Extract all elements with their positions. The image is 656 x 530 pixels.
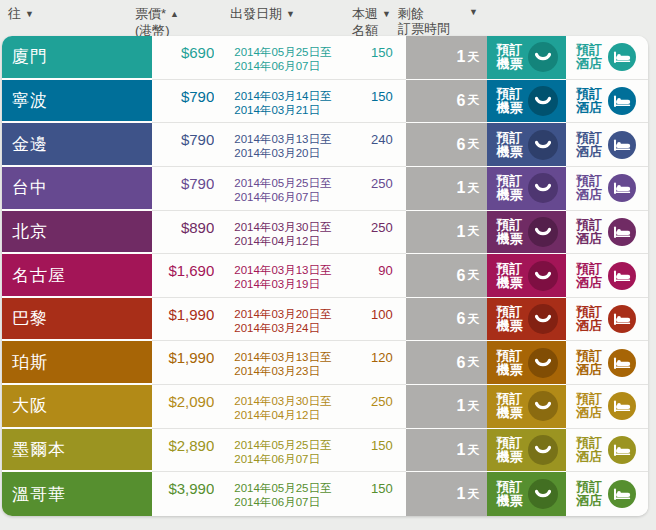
date-from: 2014年03月30日至 [234,220,344,234]
date-to: 2014年03月24日 [234,321,344,335]
price-cell: $790 [152,123,215,167]
date-cell: 2014年03月30日至 2014年04月12日 [214,385,344,429]
destination-cell: 珀斯 [2,341,152,385]
book-hotel-link[interactable]: 預訂 酒店 [566,385,648,429]
destination-label: 金邊 [12,133,48,156]
book-flight-label: 預訂 機票 [496,305,522,333]
price-value: $3,990 [168,480,214,497]
book-flight-button[interactable]: 預訂 機票 [487,472,566,516]
book-flight-label: 預訂 機票 [496,392,522,420]
date-cell: 2014年03月13日至 2014年03月20日 [214,123,344,167]
date-to: 2014年03月21日 [234,103,344,117]
column-header-date[interactable]: 出發日期▼ [230,6,295,23]
fare-table-page: 往▼ 票價*▲ (港幣) 出發日期▼ 本週▼ 名額 剩餘▼ 訂票時間 廈門 $6… [0,0,656,530]
fare-table-body: 廈門 $690 2014年05月25日至 2014年06月07日 150 1 天… [2,36,648,516]
book-hotel-link[interactable]: 預訂 酒店 [566,36,648,80]
fare-row: 巴黎 $1,990 2014年03月20日至 2014年03月24日 100 6… [2,298,648,342]
book-flight-label: 預訂 機票 [496,436,522,464]
date-from: 2014年03月20日至 [234,307,344,321]
spacer [393,472,406,516]
spacer [393,429,406,473]
book-flight-button[interactable]: 預訂 機票 [487,211,566,255]
destination-label: 巴黎 [12,307,48,330]
days-unit-label: 天 [467,442,479,459]
book-hotel-link[interactable]: 預訂 酒店 [566,341,648,385]
remaining-days-cell: 6 天 [406,298,488,342]
book-flight-button[interactable]: 預訂 機票 [487,341,566,385]
book-hotel-link[interactable]: 預訂 酒店 [566,80,648,124]
date-cell: 2014年03月13日至 2014年03月19日 [214,254,344,298]
days-unit-label: 天 [467,398,479,415]
date-header-label: 出發日期 [230,6,282,21]
quota-value: 150 [371,481,393,496]
days-left-value: 1 [457,441,466,459]
book-hotel-label: 預訂 酒店 [576,87,602,115]
fare-row: 珀斯 $1,990 2014年03月13日至 2014年03月23日 120 6… [2,341,648,385]
fare-row: 金邊 $790 2014年03月13日至 2014年03月20日 240 6 天… [2,123,648,167]
quota-value: 250 [371,220,393,235]
column-header-destination[interactable]: 往▼ [8,6,34,23]
remaining-days-cell: 1 天 [406,36,488,80]
date-from: 2014年03月13日至 [234,350,344,364]
fare-row: 墨爾本 $2,890 2014年05月25日至 2014年06月07日 150 … [2,429,648,473]
date-to: 2014年06月07日 [234,59,344,73]
table-header: 往▼ 票價*▲ (港幣) 出發日期▼ 本週▼ 名額 剩餘▼ 訂票時間 [0,0,656,36]
date-cell: 2014年05月25日至 2014年06月07日 [214,36,344,80]
book-hotel-link[interactable]: 預訂 酒店 [566,123,648,167]
book-flight-button[interactable]: 預訂 機票 [487,80,566,124]
destination-label: 珀斯 [12,351,48,374]
brushwing-icon [528,130,558,160]
date-from: 2014年05月25日至 [234,176,344,190]
spacer [393,36,406,80]
brushwing-icon [528,348,558,378]
column-header-price[interactable]: 票價*▲ (港幣) [135,6,179,38]
book-hotel-link[interactable]: 預訂 酒店 [566,298,648,342]
book-flight-button[interactable]: 預訂 機票 [487,123,566,167]
quota-value: 90 [378,263,392,278]
book-hotel-link[interactable]: 預訂 酒店 [566,429,648,473]
weekly-quota-cell: 120 [344,341,393,385]
price-cell: $3,990 [152,472,215,516]
days-left-value: 6 [457,136,466,154]
book-hotel-link[interactable]: 預訂 酒店 [566,472,648,516]
book-flight-label: 預訂 機票 [496,480,522,508]
date-cell: 2014年03月14日至 2014年03月21日 [214,80,344,124]
book-flight-label: 預訂 機票 [496,262,522,290]
column-header-quota[interactable]: 本週▼ 名額 [352,6,391,38]
price-value: $690 [181,44,214,61]
price-cell: $1,990 [152,341,215,385]
quota-value: 250 [371,176,393,191]
book-hotel-label: 預訂 酒店 [576,436,602,464]
book-flight-button[interactable]: 預訂 機票 [487,254,566,298]
sort-desc-icon: ▼ [25,9,34,19]
quota-value: 150 [371,438,393,453]
book-flight-button[interactable]: 預訂 機票 [487,429,566,473]
column-header-remaining[interactable]: 剩餘▼ 訂票時間 [398,6,478,36]
fare-row: 名古屋 $1,690 2014年03月13日至 2014年03月19日 90 6… [2,254,648,298]
book-flight-button[interactable]: 預訂 機票 [487,385,566,429]
book-hotel-link[interactable]: 預訂 酒店 [566,167,648,211]
price-value: $790 [181,88,214,105]
bed-icon [608,87,636,115]
fare-row: 台中 $790 2014年05月25日至 2014年06月07日 250 1 天… [2,167,648,211]
days-unit-label: 天 [467,311,479,328]
days-left-value: 6 [457,267,466,285]
book-flight-button[interactable]: 預訂 機票 [487,36,566,80]
book-flight-label: 預訂 機票 [496,43,522,71]
days-unit-label: 天 [467,223,479,240]
book-hotel-link[interactable]: 預訂 酒店 [566,211,648,255]
book-flight-button[interactable]: 預訂 機票 [487,167,566,211]
date-from: 2014年03月13日至 [234,132,344,146]
weekly-quota-cell: 150 [344,80,393,124]
date-cell: 2014年05月25日至 2014年06月07日 [214,429,344,473]
book-hotel-link[interactable]: 預訂 酒店 [566,254,648,298]
brushwing-icon [528,304,558,334]
date-from: 2014年03月14日至 [234,89,344,103]
destination-cell: 寧波 [2,80,152,124]
remaining-days-cell: 1 天 [406,385,488,429]
weekly-quota-cell: 100 [344,298,393,342]
sort-desc-icon: ▼ [469,5,478,20]
price-value: $790 [181,131,214,148]
book-flight-button[interactable]: 預訂 機票 [487,298,566,342]
remaining-days-cell: 1 天 [406,167,488,211]
